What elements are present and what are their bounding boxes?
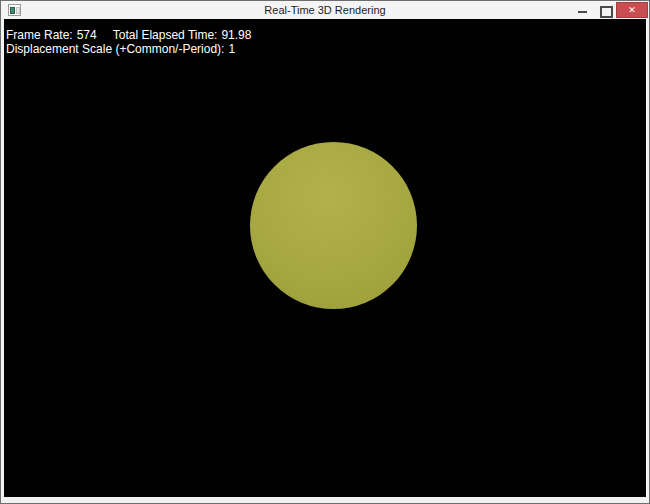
close-icon[interactable]: ✕ [616,2,648,18]
window-title: Real-Time 3D Rendering [1,1,649,19]
render-viewport[interactable]: Frame Rate:574Total Elapsed Time:91.98 D… [4,19,646,497]
frame-rate-label: Frame Rate: [6,28,73,42]
hud-overlay: Frame Rate:574Total Elapsed Time:91.98 D… [6,28,251,56]
maximize-icon[interactable] [594,1,616,19]
displacement-scale-value: 1 [228,42,235,56]
displacement-scale-label: Displacement Scale (+Common/-Period): [6,42,224,56]
caption-controls: ✕ [572,1,649,19]
minimize-icon[interactable] [572,1,594,19]
elapsed-time-label: Total Elapsed Time: [113,28,218,42]
elapsed-time-value: 91.98 [221,28,251,42]
frame-rate-value: 574 [77,28,97,42]
app-window: Real-Time 3D Rendering ✕ Frame Rate:574T… [0,0,650,504]
hud-line-scale: Displacement Scale (+Common/-Period):1 [6,42,251,56]
rendered-sphere [250,142,417,309]
title-bar[interactable]: Real-Time 3D Rendering ✕ [1,1,649,19]
hud-line-stats: Frame Rate:574Total Elapsed Time:91.98 [6,28,251,42]
